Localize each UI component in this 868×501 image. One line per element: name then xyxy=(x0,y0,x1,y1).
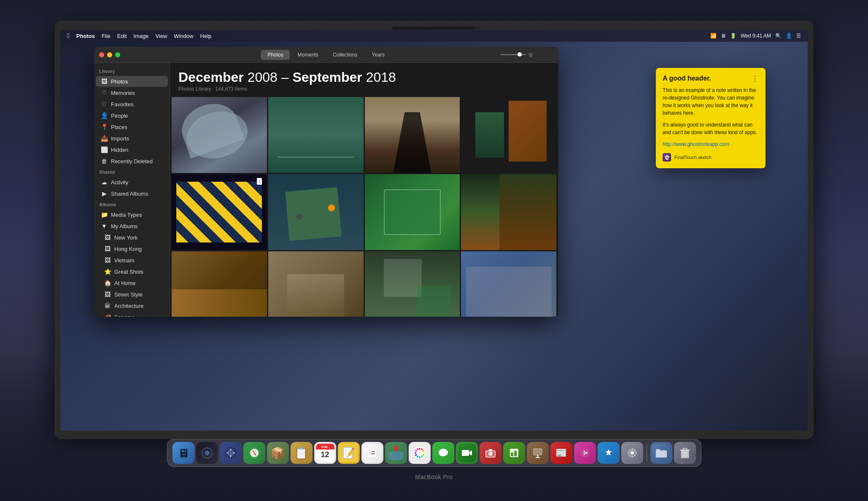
sidebar-item-great-shots[interactable]: ⭐ Great Shots xyxy=(96,266,168,277)
sidebar-item-activity[interactable]: ☁ Activity xyxy=(96,177,168,188)
sidebar-new-york-label: New York xyxy=(114,234,137,241)
photo-cell[interactable] xyxy=(365,251,460,317)
photo-cell-selected[interactable] xyxy=(365,174,460,250)
tab-photos[interactable]: Photos xyxy=(261,50,290,60)
dock-maps[interactable] xyxy=(385,442,407,464)
tab-years[interactable]: Years xyxy=(365,50,391,60)
sidebar-at-home-label: At Home xyxy=(114,280,136,286)
dock-calendar[interactable]: CAL 12 xyxy=(314,442,336,464)
dock-launchpad[interactable] xyxy=(220,442,242,464)
photo-cell[interactable] xyxy=(172,97,267,173)
zoom-slider[interactable]: ⊞ xyxy=(501,52,533,58)
dock-messages[interactable] xyxy=(432,442,454,464)
sidebar-favorites-label: Favorites xyxy=(111,101,133,108)
minimize-button[interactable] xyxy=(107,52,112,57)
tab-moments[interactable]: Moments xyxy=(291,50,325,60)
close-button[interactable] xyxy=(99,52,104,57)
street-style-album-icon: 🖼 xyxy=(104,291,111,298)
sidebar-item-architecture[interactable]: 🏛 Architecture xyxy=(96,300,168,311)
dock-keynote[interactable] xyxy=(527,442,549,464)
date-end-year: 2018 xyxy=(366,70,396,85)
sidebar-item-recently-deleted[interactable]: 🗑 Recently Deleted xyxy=(96,156,168,167)
sidebar-item-sonoma[interactable]: 🍂 Sonoma xyxy=(96,312,168,317)
notch xyxy=(392,27,476,30)
sidebar-item-favorites[interactable]: ♡ Favorites xyxy=(96,99,168,110)
sidebar-photos-label: Photos xyxy=(111,78,128,85)
sidebar-item-hong-kong[interactable]: 🖼 Hong Kong xyxy=(96,243,168,254)
sidebar-item-vietnam[interactable]: 🖼 Vietnam xyxy=(96,255,168,266)
dock-siri[interactable] xyxy=(196,442,218,464)
photo-cell[interactable] xyxy=(268,97,364,173)
view-menu[interactable]: View xyxy=(155,33,167,39)
sidebar-item-places[interactable]: 📍 Places xyxy=(96,121,168,132)
file-menu[interactable]: File xyxy=(102,33,111,39)
photo-cell[interactable] xyxy=(365,97,460,173)
sidebar-places-label: Places xyxy=(111,124,127,130)
dock-trash[interactable] xyxy=(674,442,696,464)
sidebar-item-memories[interactable]: ♡ Memories xyxy=(96,87,168,98)
display-icon: 🖥 xyxy=(721,33,726,39)
sidebar-street-style-label: Street Style xyxy=(114,291,143,298)
sidebar-vietnam-label: Vietnam xyxy=(114,257,134,264)
content-header: December 2008 – September 2018 Photos Li… xyxy=(170,63,558,95)
ghostnote-menu-button[interactable]: ⋮ xyxy=(751,75,759,82)
photos-icon: 🖼 xyxy=(101,78,108,85)
sidebar: Library 🖼 Photos ♡ Memories ♡ Favorites xyxy=(94,63,170,317)
photo-cell[interactable] xyxy=(268,174,364,250)
dock-system-preferences[interactable] xyxy=(621,442,643,464)
apple-menu[interactable]:  xyxy=(67,32,70,40)
sidebar-item-hidden[interactable]: ⬜ Hidden xyxy=(96,144,168,155)
dock-stickies[interactable]: 📝 xyxy=(338,442,360,464)
photo-cell[interactable] xyxy=(461,97,556,173)
dock-finder[interactable]: 🖥 xyxy=(173,442,194,464)
sidebar-item-new-york[interactable]: 🖼 New York xyxy=(96,232,168,243)
window-menu[interactable]: Window xyxy=(174,33,193,39)
ghostnote-body-2: It's always good to understand what can … xyxy=(663,121,759,136)
help-menu[interactable]: Help xyxy=(200,33,212,39)
sidebar-item-photos[interactable]: 🖼 Photos xyxy=(96,76,168,87)
app-name-menu[interactable]: Photos xyxy=(76,33,95,39)
sidebar-item-street-style[interactable]: 🖼 Street Style xyxy=(96,289,168,300)
ghostnote-link[interactable]: http://www.ghostnoteapp.com xyxy=(663,140,759,148)
window-titlebar: ⊞ Photos Moments Collections Years xyxy=(94,47,558,63)
edit-menu[interactable]: Edit xyxy=(117,33,127,39)
photo-cell[interactable]: 1 xyxy=(172,174,267,250)
content-subtitle: Photos Library · 144,673 Items xyxy=(178,86,550,92)
image-menu[interactable]: Image xyxy=(133,33,148,39)
dock-folder[interactable] xyxy=(650,442,672,464)
sidebar-item-shared-albums[interactable]: ▶ Shared Albums xyxy=(96,188,168,199)
dock-reminders[interactable] xyxy=(361,442,383,464)
search-icon[interactable]: 🔍 xyxy=(775,33,782,39)
sidebar-shared-albums-label: Shared Albums xyxy=(111,191,148,197)
dock-facetime[interactable] xyxy=(456,442,478,464)
fullscreen-button[interactable] xyxy=(115,52,120,57)
photo-cell[interactable] xyxy=(461,174,556,250)
photos-window: ⊞ Photos Moments Collections Years Libra… xyxy=(94,47,558,317)
slider-thumb xyxy=(518,52,522,57)
dock-news[interactable]: 📰 xyxy=(550,442,572,464)
ghostnote-header: A good header. ⋮ xyxy=(663,75,759,82)
dock-photos[interactable] xyxy=(409,442,431,464)
sidebar-item-imports[interactable]: 📥 Imports xyxy=(96,133,168,144)
sidebar-item-my-albums[interactable]: ▼ My Albums xyxy=(96,221,168,232)
photo-cell[interactable] xyxy=(172,251,267,317)
dock-safari[interactable] xyxy=(243,442,265,464)
dock-photobooth[interactable] xyxy=(480,442,501,464)
dock-notefile[interactable]: 📋 xyxy=(291,442,313,464)
sidebar-item-people[interactable]: 👤 People xyxy=(96,110,168,121)
people-icon: 👤 xyxy=(101,112,108,119)
sidebar-item-at-home[interactable]: 🏠 At Home xyxy=(96,277,168,288)
ghostnote-body-1: This is an example of a note written in … xyxy=(663,86,759,117)
imports-icon: 📥 xyxy=(101,135,108,142)
tab-collections[interactable]: Collections xyxy=(326,50,364,60)
control-center-icon[interactable]: ☰ xyxy=(796,33,801,39)
sidebar-media-types-label: Media Types xyxy=(111,212,142,218)
dock-migrate[interactable]: 📦 xyxy=(267,442,289,464)
user-icon[interactable]: 👤 xyxy=(786,33,792,39)
photo-cell[interactable] xyxy=(461,251,556,317)
dock-appstore[interactable] xyxy=(598,442,620,464)
sidebar-item-media-types[interactable]: 📁 Media Types xyxy=(96,209,168,220)
photo-cell[interactable] xyxy=(268,251,364,317)
dock-numbers[interactable] xyxy=(503,442,525,464)
dock-itunes[interactable] xyxy=(574,442,596,464)
